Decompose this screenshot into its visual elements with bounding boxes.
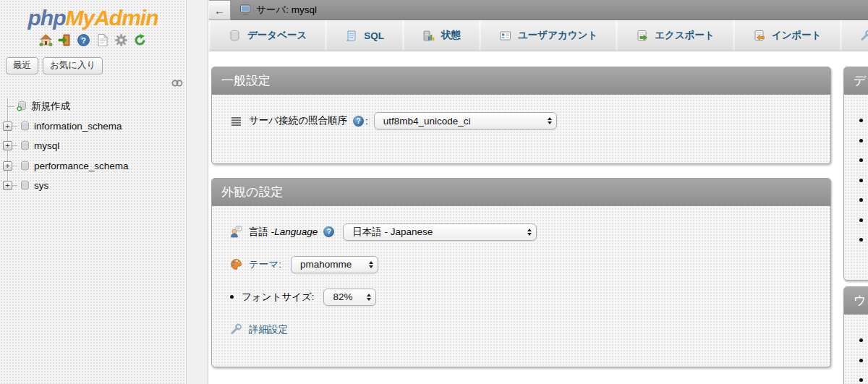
help-icon[interactable]: ? [77, 33, 90, 47]
select-value: 82% [333, 291, 359, 302]
logout-icon[interactable] [58, 33, 72, 47]
tree-branch-line [12, 126, 17, 127]
help-icon[interactable]: ? [353, 116, 364, 127]
bullet-icon [230, 295, 234, 299]
database-icon [20, 180, 30, 191]
wrench-icon [230, 323, 242, 336]
tab-status[interactable]: 状態 [404, 20, 479, 51]
help-icon[interactable]: ? [323, 226, 334, 237]
list-bullet [859, 218, 863, 222]
appearance-rows: 言語 - Language ? 日本語 - Japanese テーマ: pmah… [212, 206, 830, 346]
select-value: pmahomme [300, 259, 362, 270]
language-icon [230, 226, 242, 238]
tree-item-new-database[interactable]: 新規作成 [0, 96, 187, 116]
tab-user-accounts[interactable]: ユーザアカウント [481, 20, 616, 51]
language-select[interactable]: 日本語 - Japanese [343, 223, 537, 241]
tree-item-performance-schema[interactable]: + performance_schema [0, 156, 187, 176]
database-icon [20, 121, 30, 132]
language-row: 言語 - Language ? 日本語 - Japanese [212, 216, 830, 248]
select-value: utf8mb4_unicode_ci [383, 116, 540, 127]
tab-sql[interactable]: SQL [327, 20, 402, 51]
server-collation-select[interactable]: utf8mb4_unicode_ci [374, 112, 557, 129]
select-arrows-icon [548, 117, 552, 124]
database-icon [20, 140, 30, 151]
more-settings-link[interactable]: 詳細設定 [249, 323, 288, 336]
new-database-icon [17, 101, 27, 111]
recent-button[interactable]: 最近 [6, 57, 38, 74]
tab-databases[interactable]: データベース [210, 20, 325, 51]
server-title: サーバ: mysql [256, 4, 317, 17]
tab-import[interactable]: インポート [735, 20, 840, 51]
theme-label-link[interactable]: テーマ: [249, 258, 281, 271]
list-bullet [859, 139, 863, 142]
theme-palette-icon [230, 258, 242, 270]
language-label-en: Language [274, 226, 318, 237]
database-tree: 新規作成 + information_schema + mysql + perf… [0, 96, 187, 196]
server-topbar: ← サーバ: mysql [209, 0, 868, 20]
database-icon [20, 161, 30, 171]
collation-icon [230, 115, 242, 127]
documentation-icon[interactable] [95, 33, 109, 47]
tab-label: 状態 [441, 29, 461, 42]
list-item [859, 230, 868, 250]
svg-text:?: ? [81, 36, 86, 45]
database-server-panel: デ [843, 67, 868, 281]
logo-php: php [28, 6, 66, 30]
select-arrows-icon [369, 261, 373, 268]
server-title-bar: サーバ: mysql [231, 0, 868, 20]
expand-plus-icon[interactable]: + [3, 141, 12, 150]
expand-plus-icon[interactable]: + [3, 121, 12, 131]
navigation-sidebar: phpMyAdmin ? 最近 お気に入り [0, 0, 187, 384]
tab-export[interactable]: エクスポート [618, 20, 733, 51]
tree-item-label: information_schema [34, 121, 122, 132]
list-item [859, 351, 868, 371]
tab-settings[interactable]: 設定 [842, 20, 868, 51]
web-server-list [844, 315, 868, 384]
tree-elbow-line [7, 98, 14, 107]
home-icon[interactable] [39, 33, 53, 47]
reload-icon[interactable] [133, 33, 147, 47]
panel-title: デ [844, 67, 868, 95]
tree-item-information-schema[interactable]: + information_schema [0, 116, 187, 137]
theme-select[interactable]: pmahomme [291, 256, 378, 273]
tab-label: エクスポート [655, 29, 715, 42]
export-icon [636, 30, 648, 42]
tree-branch-line [12, 185, 17, 186]
panel-title: 一般設定 [212, 67, 830, 95]
sql-scroll-icon [345, 30, 357, 42]
panel-resize-strip[interactable] [187, 0, 208, 384]
list-item [859, 210, 868, 231]
back-button[interactable]: ← [209, 0, 231, 20]
appearance-settings-panel: 外観の設定 言語 - Language ? 日本語 - Japanese テーマ… [211, 178, 831, 367]
expand-plus-icon[interactable]: + [3, 181, 12, 190]
list-item [859, 111, 868, 131]
list-item [859, 131, 868, 151]
panel-title: 外観の設定 [212, 179, 830, 206]
tab-label: SQL [364, 30, 384, 41]
list-bullet [859, 378, 863, 382]
font-size-label: フォントサイズ: [242, 291, 314, 304]
tree-branch-line [12, 166, 17, 166]
favorites-button[interactable]: お気に入り [43, 57, 103, 74]
font-size-row: フォントサイズ: 82% [212, 281, 830, 313]
tree-item-sys[interactable]: + sys [0, 176, 187, 196]
tree-item-label: sys [34, 180, 48, 191]
tree-item-mysql[interactable]: + mysql [0, 136, 187, 156]
expand-plus-icon[interactable]: + [3, 161, 12, 171]
sidebar-icon-toolbar: ? [0, 33, 186, 47]
database-server-list [844, 95, 868, 250]
font-size-select[interactable]: 82% [323, 289, 376, 306]
list-bullet [859, 238, 863, 242]
settings-gear-icon[interactable] [114, 33, 128, 47]
unlink-panels-icon[interactable] [171, 78, 183, 88]
select-value: 日本語 - Japanese [352, 226, 520, 239]
user-account-icon [499, 30, 511, 42]
more-settings-row: 詳細設定 [212, 313, 830, 346]
select-arrows-icon [527, 229, 532, 236]
list-item [859, 190, 868, 210]
tree-item-label: performance_schema [34, 161, 129, 171]
tree-item-label: mysql [34, 140, 59, 151]
list-bullet [859, 158, 863, 162]
list-bullet [859, 179, 863, 182]
phpmyadmin-logo: phpMyAdmin [0, 6, 186, 30]
